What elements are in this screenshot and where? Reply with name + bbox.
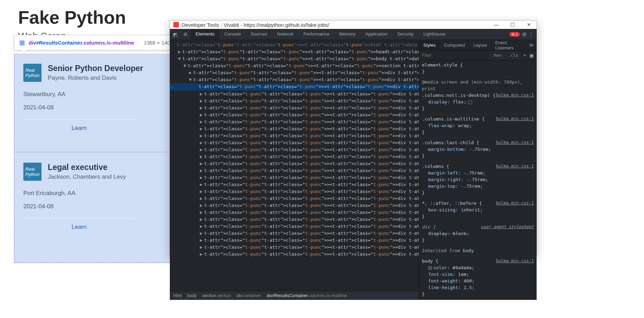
- styles-rules[interactable]: element.style {}@media screen and (min-w…: [419, 60, 537, 300]
- dom-node[interactable]: ▶t-attr">class="t-punc"t-attr">class="t-…: [170, 91, 419, 98]
- job-date: 2021-04-08: [23, 104, 159, 111]
- job-date: 2021-04-08: [23, 203, 159, 210]
- company-logo: RealPython: [23, 163, 41, 181]
- job-location: Stewartbury, AA: [23, 91, 159, 98]
- breadcrumb-item[interactable]: section.section: [202, 293, 231, 298]
- styles-tab-computed[interactable]: Computed: [440, 40, 469, 50]
- dom-node[interactable]: ▶t-attr">class="t-punc"t-attr">class="t-…: [170, 223, 419, 230]
- learn-link[interactable]: Learn: [23, 218, 135, 235]
- style-rule[interactable]: *, ::after, ::before {bulma.min.css:1box…: [419, 199, 537, 222]
- more-icon[interactable]: ⋮: [529, 31, 534, 38]
- cls-toggle[interactable]: .cls: [506, 52, 520, 59]
- dom-node[interactable]: ▼t-attr">class="t-punc"t-attr">class="t-…: [170, 55, 419, 62]
- dom-node[interactable]: ▶t-attr">class="t-punc"t-attr">class="t-…: [170, 181, 419, 188]
- tab-lighthouse[interactable]: Lighthouse: [418, 29, 450, 40]
- grid-icon: ▦: [19, 39, 25, 46]
- error-badge[interactable]: ⊘ 1: [509, 32, 520, 37]
- maximize-button[interactable]: ☐: [508, 21, 517, 29]
- tab-application[interactable]: Application: [361, 29, 393, 40]
- tab-performance[interactable]: Performance: [298, 29, 334, 40]
- styles-sidebar: StylesComputedLayoutEvent Listeners≫ :ho…: [419, 40, 537, 300]
- dom-node[interactable]: ▶t-attr">class="t-punc"t-attr">class="t-…: [170, 167, 419, 174]
- inspector-tooltip: ▦ div#ResultsContainer.columns.is-multil…: [14, 35, 181, 50]
- dom-node[interactable]: ▶t-attr">class="t-punc"t-attr">class="t-…: [170, 153, 419, 160]
- company-logo: RealPython: [23, 64, 41, 82]
- dom-node[interactable]: ▶t-attr">class="t-punc"t-attr">class="t-…: [170, 188, 419, 195]
- devtools-window: Developer Tools - Vivaldi - https://real…: [169, 20, 537, 256]
- tab-memory[interactable]: Memory: [334, 29, 361, 40]
- style-rule[interactable]: body {bulma.min.css:1color: #4a4a4a;font…: [419, 256, 537, 300]
- devtools-tabbar: ◩ ⧉ ElementsConsoleSourcesNetworkPerform…: [170, 29, 537, 40]
- style-rule[interactable]: .columns.is-multiline {bulma.min.css:1fl…: [419, 114, 537, 138]
- dom-node[interactable]: ▶t-attr">class="t-punc"t-attr">class="t-…: [170, 98, 419, 104]
- style-rule[interactable]: .columns {bulma.min.css:1margin-left: -.…: [419, 162, 537, 199]
- company-name: Payne, Roberts and Davis: [48, 75, 143, 82]
- styles-filter-input[interactable]: [422, 53, 487, 58]
- dom-node[interactable]: ▶t-attr">class="t-punc"t-attr">class="t-…: [170, 202, 419, 209]
- job-card: RealPython Legal executive Jackson, Cham…: [14, 152, 168, 240]
- dom-node[interactable]: ▶t-attr">class="t-punc"t-attr">class="t-…: [170, 230, 419, 237]
- dom-node[interactable]: ▶t-attr">class="t-punc"t-attr">class="t-…: [170, 111, 419, 118]
- style-rule[interactable]: Inherited from body: [419, 246, 537, 256]
- dom-node[interactable]: ▶t-attr">class="t-punc"t-attr">class="t-…: [170, 251, 419, 258]
- dom-node[interactable]: ▶t-attr">class="t-punc"t-attr">class="t-…: [170, 48, 419, 55]
- new-rule-icon[interactable]: ＋: [522, 52, 527, 59]
- dom-node[interactable]: … t-attr">class="t-punc"t-attr">class="t…: [170, 83, 419, 91]
- settings-icon[interactable]: ⚙: [522, 31, 526, 38]
- breadcrumb-item[interactable]: body: [187, 293, 197, 298]
- elements-tree[interactable]: t-attr">class="t-punc"t-attr">class="t-p…: [170, 40, 419, 291]
- breadcrumbs[interactable]: htmlbodysection.sectiondiv.containerdiv#…: [170, 291, 419, 300]
- vivaldi-icon: [173, 22, 179, 28]
- style-rule[interactable]: .columns:last-child {bulma.min.css:1marg…: [419, 138, 537, 162]
- toggle-sidebar-icon[interactable]: ▣: [529, 53, 534, 58]
- tab-security[interactable]: Security: [392, 29, 418, 40]
- close-button[interactable]: ✕: [525, 21, 533, 29]
- tab-console[interactable]: Console: [219, 29, 246, 40]
- company-name: Jackson, Chambers and Levy: [48, 173, 126, 180]
- job-title: Senior Python Developer: [48, 64, 143, 73]
- dom-node[interactable]: ▶t-attr">class="t-punc"t-attr">class="t-…: [170, 237, 419, 244]
- dom-node[interactable]: t-attr">class="t-punc"t-attr">class="t-p…: [170, 41, 419, 48]
- inspect-icon[interactable]: ◩: [170, 32, 180, 37]
- tab-network[interactable]: Network: [272, 29, 299, 40]
- styles-tab-layout[interactable]: Layout: [469, 40, 491, 50]
- dom-node[interactable]: ▶t-attr">class="t-punc"t-attr">class="t-…: [170, 132, 419, 139]
- dom-node[interactable]: ▶t-attr">class="t-punc"t-attr">class="t-…: [170, 104, 419, 111]
- dom-node[interactable]: ▶t-attr">class="t-punc"t-attr">class="t-…: [170, 216, 419, 223]
- minimize-button[interactable]: —: [492, 21, 501, 29]
- styles-more-icon[interactable]: ≫: [526, 42, 537, 48]
- styles-tab-styles[interactable]: Styles: [419, 40, 440, 50]
- dom-node[interactable]: ▶t-attr">class="t-punc"t-attr">class="t-…: [170, 174, 419, 181]
- dom-node[interactable]: ▶t-attr">class="t-punc"t-attr">class="t-…: [170, 195, 419, 202]
- dom-node[interactable]: ▶t-attr">class="t-punc"t-attr">class="t-…: [170, 160, 419, 167]
- job-card: RealPython Senior Python Developer Payne…: [14, 54, 168, 141]
- style-rule[interactable]: div {user agent stylesheetdisplay: block…: [419, 222, 537, 246]
- dom-node[interactable]: ▼t-attr">class="t-punc"t-attr">class="t-…: [170, 62, 419, 69]
- dom-node[interactable]: ▶t-attr">class="t-punc"t-attr">class="t-…: [170, 244, 419, 251]
- job-title: Legal executive: [48, 163, 126, 172]
- dom-node[interactable]: ▶t-attr">class="t-punc"t-attr">class="t-…: [170, 125, 419, 132]
- tab-sources[interactable]: Sources: [246, 29, 272, 40]
- hov-toggle[interactable]: :hov: [490, 52, 504, 59]
- window-titlebar[interactable]: Developer Tools - Vivaldi - https://real…: [170, 21, 537, 29]
- device-icon[interactable]: ⧉: [180, 31, 191, 37]
- breadcrumb-item[interactable]: div#ResultsContainer.columns.is-multilin…: [266, 293, 347, 298]
- tooltip-selector-cls: .columns.is-multiline: [82, 40, 134, 46]
- style-rule[interactable]: element.style {}: [419, 60, 537, 77]
- job-location: Port Ericaburgh, AA: [23, 190, 159, 197]
- breadcrumb-item[interactable]: html: [173, 293, 182, 298]
- dom-node[interactable]: ▼t-attr">class="t-punc"t-attr">class="t-…: [170, 76, 419, 83]
- dom-node[interactable]: ▶t-attr">class="t-punc"t-attr">class="t-…: [170, 69, 419, 76]
- dom-node[interactable]: ▶t-attr">class="t-punc"t-attr">class="t-…: [170, 146, 419, 153]
- window-title: Developer Tools - Vivaldi - https://real…: [182, 22, 329, 28]
- tab-elements[interactable]: Elements: [191, 29, 219, 40]
- breadcrumb-item[interactable]: div.container: [236, 293, 261, 298]
- dom-node[interactable]: ▶t-attr">class="t-punc"t-attr">class="t-…: [170, 139, 419, 146]
- dom-node[interactable]: ▶t-attr">class="t-punc"t-attr">class="t-…: [170, 209, 419, 216]
- learn-link[interactable]: Learn: [23, 119, 135, 137]
- style-rule[interactable]: @media screen and (min-width: 769px), pr…: [419, 77, 537, 114]
- dom-node[interactable]: ▶t-attr">class="t-punc"t-attr">class="t-…: [170, 118, 419, 125]
